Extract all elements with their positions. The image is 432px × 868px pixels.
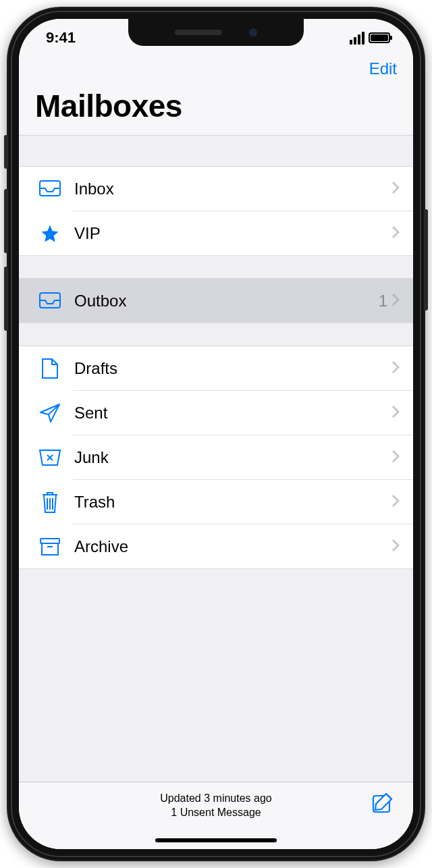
mailbox-label: VIP [65, 224, 392, 243]
signal-icon [350, 32, 364, 45]
chevron-right-icon [392, 293, 400, 309]
chevron-right-icon [392, 494, 400, 510]
battery-icon [369, 32, 390, 43]
section-gap [19, 323, 413, 346]
bottom-toolbar: Updated 3 minutes ago 1 Unsent Message [19, 782, 413, 849]
section-gap [19, 136, 413, 167]
mailbox-row-trash[interactable]: Trash [19, 480, 413, 524]
mailbox-row-drafts[interactable]: Drafts [19, 346, 413, 391]
mailbox-label: Trash [65, 493, 392, 512]
mailbox-row-inbox[interactable]: Inbox [19, 167, 413, 211]
mailbox-label: Drafts [65, 359, 392, 378]
navbar: Edit [19, 57, 413, 81]
mailbox-row-vip[interactable]: VIP [19, 211, 413, 256]
mailbox-label: Outbox [65, 292, 379, 310]
status-time: 9:41 [46, 29, 76, 47]
compose-button[interactable] [371, 792, 394, 817]
phone-frame: 9:41 Edit Mailboxes In [7, 7, 425, 861]
chevron-right-icon [392, 225, 400, 242]
mailbox-row-outbox[interactable]: Outbox 1 [19, 279, 413, 323]
chevron-right-icon [392, 405, 400, 421]
mailbox-count: 1 [379, 292, 387, 310]
mailbox-row-junk[interactable]: Junk [19, 435, 413, 480]
inbox-icon [35, 180, 65, 198]
chevron-right-icon [392, 181, 400, 197]
mailbox-label: Sent [65, 404, 392, 423]
toolbar-status-line1: Updated 3 minutes ago [160, 792, 271, 806]
empty-space [19, 569, 413, 782]
mailbox-row-archive[interactable]: Archive [19, 524, 413, 569]
archive-icon [35, 537, 65, 556]
screen: 9:41 Edit Mailboxes In [19, 19, 413, 849]
svg-rect-2 [40, 539, 59, 543]
star-icon [35, 223, 65, 244]
chevron-right-icon [392, 539, 400, 555]
chevron-right-icon [392, 360, 400, 377]
outbox-icon [35, 292, 65, 310]
sent-icon [35, 403, 65, 423]
trash-icon [35, 491, 65, 514]
mailbox-label: Archive [65, 537, 392, 556]
section-gap [19, 256, 413, 279]
mailbox-label: Junk [65, 448, 392, 467]
page-title: Mailboxes [19, 81, 413, 136]
chevron-right-icon [392, 450, 400, 466]
mailbox-row-sent[interactable]: Sent [19, 391, 413, 435]
junk-icon [35, 449, 65, 466]
drafts-icon [35, 358, 65, 379]
mailbox-label: Inbox [65, 180, 392, 198]
toolbar-status-line2: 1 Unsent Message [160, 806, 271, 820]
notch [128, 19, 304, 46]
edit-button[interactable]: Edit [369, 59, 397, 78]
home-indicator [155, 838, 277, 842]
